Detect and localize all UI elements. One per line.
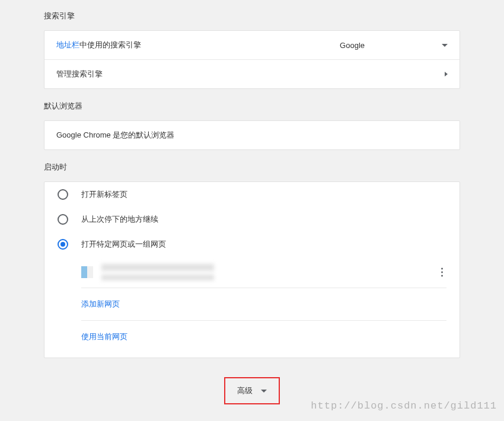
page-favicon (81, 266, 93, 278)
default-browser-status-text: Google Chrome 是您的默认浏览器 (56, 130, 448, 141)
selected-engine-label: Google (340, 41, 365, 50)
section-title-default-browser: 默认浏览器 (44, 101, 460, 111)
radio-label: 从上次停下的地方继续 (81, 214, 158, 225)
startup-pages-subsection: 添加新网页 使用当前网页 (44, 257, 460, 358)
dropdown-icon (442, 44, 448, 47)
manage-search-engines-label: 管理搜索引擎 (56, 69, 445, 79)
startup-page-item[interactable] (81, 257, 446, 288)
advanced-label: 高级 (237, 385, 253, 396)
radio-label: 打开新标签页 (81, 189, 127, 200)
startup-option-continue[interactable]: 从上次停下的地方继续 (44, 207, 460, 232)
section-title-startup: 启动时 (44, 162, 460, 173)
page-title-redacted (101, 264, 214, 271)
manage-search-engines-row[interactable]: 管理搜索引擎 (44, 59, 460, 88)
startup-option-specific-pages[interactable]: 打开特定网页或一组网页 (44, 232, 460, 257)
chevron-right-icon (445, 72, 448, 76)
more-options-icon[interactable] (441, 268, 443, 277)
search-engine-select[interactable]: Google (340, 41, 448, 50)
address-bar-search-label: 地址栏中使用的搜索引擎 (56, 40, 340, 50)
advanced-button[interactable]: 高级 (224, 377, 280, 404)
default-browser-card: Google Chrome 是您的默认浏览器 (44, 120, 460, 150)
address-bar-link: 地址栏 (56, 40, 79, 49)
use-current-pages-link[interactable]: 使用当前网页 (81, 321, 446, 353)
section-title-search-engine: 搜索引擎 (44, 11, 460, 21)
address-bar-search-row[interactable]: 地址栏中使用的搜索引擎 Google (44, 31, 460, 59)
radio-icon (58, 214, 68, 225)
radio-label: 打开特定网页或一组网页 (81, 239, 166, 250)
default-browser-status-row: Google Chrome 是您的默认浏览器 (44, 121, 460, 149)
add-new-page-link[interactable]: 添加新网页 (81, 288, 446, 321)
startup-option-new-tab[interactable]: 打开新标签页 (44, 182, 460, 207)
dropdown-icon (261, 390, 267, 393)
radio-icon-selected (58, 239, 68, 250)
startup-card: 打开新标签页 从上次停下的地方继续 打开特定网页或一组网页 添加新网页 使用当前 (44, 181, 460, 358)
radio-icon (58, 189, 68, 200)
watermark: http://blog.csdn.net/gild111 (311, 400, 497, 412)
search-engine-card: 地址栏中使用的搜索引擎 Google 管理搜索引擎 (44, 30, 460, 89)
page-info (101, 264, 446, 280)
page-url-redacted (101, 275, 214, 280)
